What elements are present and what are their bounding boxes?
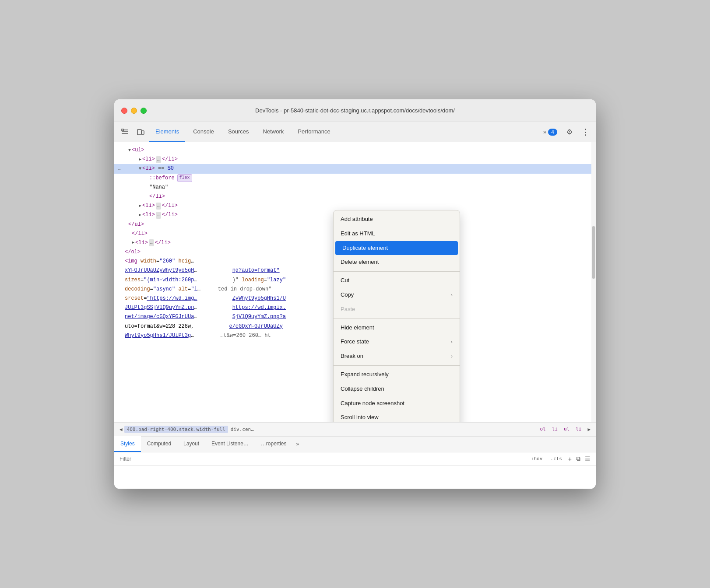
more-tabs-button[interactable]: » 4 xyxy=(540,127,561,137)
ctx-cut[interactable]: Cut xyxy=(334,273,460,288)
breadcrumb-type-ol[interactable]: ol xyxy=(538,426,547,433)
devtools-toolbar: Elements Console Sources Network Perform… xyxy=(114,122,596,142)
breadcrumb-bar: ◀ 400.pad-right-400.stack.width-full div… xyxy=(114,422,596,436)
ctx-capture-screenshot[interactable]: Capture node screenshot xyxy=(334,396,460,411)
traffic-lights xyxy=(121,108,147,114)
breadcrumb-type-li2[interactable]: li xyxy=(574,426,583,433)
minimize-button[interactable] xyxy=(131,108,137,114)
styles-actions: :hov .cls + ⧉ ☰ xyxy=(529,455,590,462)
ctx-add-attribute[interactable]: Add attribute xyxy=(334,212,460,227)
ctx-expand-recursively[interactable]: Expand recursively xyxy=(334,368,460,382)
expand-icon[interactable]: ▼ xyxy=(139,165,141,172)
tab-network[interactable]: Network xyxy=(257,122,290,142)
ctx-paste: Paste xyxy=(334,302,460,317)
tab-console[interactable]: Console xyxy=(187,122,220,142)
breadcrumb-types: ol li ul li ▶ xyxy=(538,426,592,433)
add-style-icon[interactable]: + xyxy=(568,455,572,462)
svg-rect-4 xyxy=(137,130,141,135)
ctx-scroll-into-view[interactable]: Scroll into view xyxy=(334,410,460,422)
styles-toolbar: :hov .cls + ⧉ ☰ xyxy=(114,452,596,466)
styles-tabs: Styles Computed Layout Event Listene… …r… xyxy=(114,437,596,452)
tab-sources[interactable]: Sources xyxy=(222,122,255,142)
ctx-duplicate-element[interactable]: Duplicate element xyxy=(335,241,458,256)
tab-styles[interactable]: Styles xyxy=(114,436,141,452)
devtools-window: DevTools - pr-5840-static-dot-dcc-stagin… xyxy=(114,99,596,489)
settings-icon[interactable]: ⚙ xyxy=(562,125,576,139)
close-button[interactable] xyxy=(121,108,127,114)
ctx-separator xyxy=(334,318,460,319)
maximize-button[interactable] xyxy=(141,108,147,114)
breadcrumb-back[interactable]: ◀ xyxy=(118,426,124,433)
dom-line[interactable]: ▶ <li> … </li> xyxy=(114,155,596,164)
ctx-force-state[interactable]: Force state › xyxy=(334,335,460,349)
ctx-separator xyxy=(334,365,460,366)
dom-panel[interactable]: ▼ <ul> ▶ <li> … </li> … ▼ <li> == $0 ::b… xyxy=(114,142,596,422)
dom-line[interactable]: ▼ <ul> xyxy=(114,146,596,155)
expand-icon[interactable]: ▶ xyxy=(139,212,141,219)
svg-rect-0 xyxy=(122,129,123,131)
ctx-collapse-children[interactable]: Collapse children xyxy=(334,382,460,396)
ctx-separator xyxy=(334,271,460,272)
ctx-break-on[interactable]: Break on › xyxy=(334,349,460,364)
dom-line[interactable]: ▶ <li> … </li> xyxy=(114,201,596,210)
console-badge: 4 xyxy=(548,129,557,136)
expand-icon[interactable]: ▶ xyxy=(132,239,134,246)
tab-properties[interactable]: …roperties xyxy=(255,436,293,452)
tab-layout[interactable]: Layout xyxy=(177,436,205,452)
scrollbar[interactable] xyxy=(591,142,596,422)
filter-input[interactable] xyxy=(120,456,529,462)
ellipsis-button[interactable]: … xyxy=(149,239,154,246)
toggle-style-icon[interactable]: ☰ xyxy=(585,455,590,462)
context-menu: Add attribute Edit as HTML Duplicate ele… xyxy=(333,210,460,422)
submenu-arrow: › xyxy=(451,353,453,360)
breadcrumb-forward[interactable]: ▶ xyxy=(586,426,592,433)
expand-icon[interactable]: ▶ xyxy=(139,203,141,210)
more-style-tabs[interactable]: » xyxy=(293,436,303,452)
ctx-delete-element[interactable]: Delete element xyxy=(334,255,460,270)
tab-elements[interactable]: Elements xyxy=(149,122,185,142)
flex-badge: flex xyxy=(177,174,192,182)
devtools-main: ▼ <ul> ▶ <li> … </li> … ▼ <li> == $0 ::b… xyxy=(114,142,596,489)
ctx-hide-element[interactable]: Hide element xyxy=(334,321,460,335)
dom-line-selected[interactable]: … ▼ <li> == $0 xyxy=(114,164,596,173)
ctx-edit-as-html[interactable]: Edit as HTML xyxy=(334,227,460,241)
tab-event-listeners[interactable]: Event Listene… xyxy=(205,436,255,452)
window-title: DevTools - pr-5840-static-dot-dcc-stagin… xyxy=(255,107,455,114)
copy-style-icon[interactable]: ⧉ xyxy=(576,455,580,462)
dom-line[interactable]: "Nana" xyxy=(114,183,596,192)
dom-line[interactable]: ::before flex xyxy=(114,174,596,183)
hov-button[interactable]: :hov xyxy=(529,455,545,462)
cls-button[interactable]: .cls xyxy=(548,455,564,462)
submenu-arrow: › xyxy=(451,338,453,346)
submenu-arrow: › xyxy=(451,291,453,299)
svg-rect-5 xyxy=(142,131,144,134)
context-dots[interactable]: … xyxy=(118,165,121,173)
titlebar: DevTools - pr-5840-static-dot-dcc-stagin… xyxy=(114,99,596,122)
expand-icon[interactable]: ▼ xyxy=(128,147,131,154)
breadcrumb-item[interactable]: div.cen… xyxy=(228,426,257,433)
tab-performance[interactable]: Performance xyxy=(292,122,336,142)
breadcrumb-item[interactable]: 400.pad-right-400.stack.width-full xyxy=(124,426,228,433)
tab-computed[interactable]: Computed xyxy=(141,436,177,452)
scrollbar-thumb[interactable] xyxy=(592,226,595,279)
inspect-icon[interactable] xyxy=(118,125,132,139)
ellipsis-button[interactable]: … xyxy=(156,156,161,163)
device-toolbar-icon[interactable] xyxy=(134,125,148,139)
breadcrumb-type-li[interactable]: li xyxy=(550,426,559,433)
breadcrumb-type-ul[interactable]: ul xyxy=(562,426,571,433)
more-options-icon[interactable]: ⋮ xyxy=(578,125,592,139)
expand-icon[interactable]: ▶ xyxy=(139,156,141,163)
styles-panel: Styles Computed Layout Event Listene… …r… xyxy=(114,436,596,489)
ctx-copy[interactable]: Copy › xyxy=(334,288,460,302)
dom-line[interactable]: </li> xyxy=(114,192,596,201)
ellipsis-button[interactable]: … xyxy=(156,212,161,219)
ellipsis-button[interactable]: … xyxy=(156,203,161,210)
